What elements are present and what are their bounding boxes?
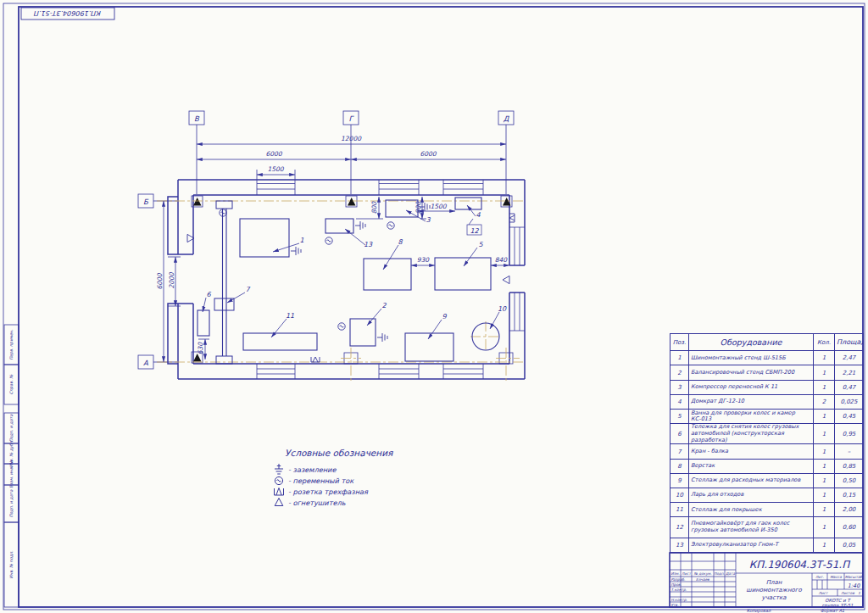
copy-label: Копировал: [747, 608, 771, 613]
legend-item: - заземление: [270, 464, 448, 475]
item-label-13: 13: [364, 241, 373, 248]
item-label-4: 4: [476, 211, 481, 219]
corner-designation-text: КП.190604.3Т-51.П: [34, 9, 102, 17]
cell-name: Тележка для снятия колес грузовых автомо…: [689, 424, 814, 444]
legend-item: - розетка трехфазная: [270, 486, 448, 497]
cell-name: Балансировочный стенд СБМП-200: [689, 365, 814, 380]
cell-qty: 2: [814, 394, 835, 409]
cell-area: 2,47: [835, 351, 864, 365]
cell-qty: 1: [814, 503, 835, 517]
item-label-8: 8: [398, 238, 403, 246]
doc-title-line2: шиномонтажного: [746, 587, 802, 593]
cell-pos: 9: [670, 473, 689, 488]
col-list: Лист: [682, 571, 691, 576]
plan-symbols: [187, 203, 515, 362]
equipment-rect-2: [350, 319, 376, 346]
cell-name: Ларь для отходов: [689, 488, 814, 503]
col-docnum: № докум.: [693, 571, 712, 576]
item-labels: 1 13 3 4 12 5 8 2 9 10 11 6 7: [206, 211, 507, 320]
cell-qty: 1: [814, 424, 835, 444]
cell-area: 0,47: [835, 380, 864, 394]
header-pos: Поз.: [670, 334, 689, 351]
dim-left-width: 6000: [265, 150, 282, 158]
cell-name: Ванна для проверки колес и камер КС-013: [689, 409, 814, 423]
col-izm: Изм.: [670, 571, 680, 576]
equipment-rect-6: [198, 310, 209, 336]
fire-extinguisher-symbol: [503, 276, 509, 283]
sheet-label: Лист: [819, 591, 828, 595]
below-frame-labels: Копировал Формат А1: [747, 608, 845, 613]
cell-area: –: [835, 444, 864, 459]
table-row: 13Электровулканизатор Гном-Т10,05: [670, 538, 864, 552]
item-label-2: 2: [381, 302, 387, 309]
table-row: 2Балансировочный стенд СБМП-20012,21: [670, 365, 864, 380]
cell-name: Шиномонтажный стенд Ш-515Б: [689, 351, 814, 365]
equipment-shapes: [198, 198, 499, 361]
cell-area: 0,15: [835, 488, 864, 503]
legend-title: Условные обозначения: [285, 448, 448, 458]
axis-letter-b: Б: [143, 198, 149, 206]
cell-qty: 1: [814, 409, 835, 423]
cell-qty: 1: [814, 488, 835, 503]
item-label-12: 12: [470, 227, 479, 235]
ground-symbol: [355, 221, 365, 230]
left-margin-stamp-labels: Перв. примен. Справ. № Подп. и дата Инв.…: [9, 329, 14, 579]
scale-value: 1:40: [848, 582, 860, 589]
row-developed: Разраб.: [671, 577, 687, 582]
cell-area: 2,21: [835, 365, 864, 380]
cell-name: Пневмогайковёрт для гаек колес грузовых …: [689, 517, 814, 538]
dim-offset-2: 800: [415, 201, 422, 215]
cell-pos: 2: [670, 365, 689, 380]
equipment-rect-1: [240, 219, 289, 257]
cell-qty: 1: [814, 538, 835, 552]
legend-label: - огнетушитель: [288, 499, 346, 507]
item-label-5: 5: [478, 241, 483, 248]
stamp-label: Подп. и дата: [9, 414, 14, 443]
axis-letter-a: А: [143, 359, 148, 367]
table-row: 11Стеллаж для покрышек12,00: [670, 503, 864, 517]
equipment-table: Поз. Оборудование Кол. Площадь 1Шиномонт…: [670, 333, 863, 553]
cell-name: Домкрат ДГ-12-10: [689, 394, 814, 409]
cell-qty: 1: [814, 444, 835, 459]
three-phase-socket-symbol: [311, 357, 320, 362]
cell-qty: 1: [814, 473, 835, 488]
cell-pos: 10: [670, 488, 689, 503]
cell-name: Верстак: [689, 459, 814, 473]
equipment-rect-13: [326, 219, 353, 233]
scale-label: Масштаб: [845, 575, 863, 579]
item-label-9: 9: [442, 313, 447, 320]
cell-name: Стеллаж для расходных материалов: [689, 473, 814, 488]
ground-symbol: [377, 333, 387, 342]
header-area: Площадь: [835, 334, 864, 351]
table-row: 3Компрессор переносной К 1110,47: [670, 380, 864, 394]
cell-qty: 1: [814, 459, 835, 473]
ac-current-symbol: [326, 237, 332, 244]
cell-pos: 12: [670, 517, 689, 538]
doc-title-line3: участка: [761, 594, 787, 601]
title-block: КП.190604.3Т-51.П Изм. Лист № докум. Под…: [670, 553, 863, 609]
corner-designation-stamp: КП.190604.3Т-51.П: [21, 8, 114, 20]
item-label-7: 7: [245, 286, 250, 293]
dim-window-width: 1500: [267, 165, 284, 173]
row-tcontrol: Т.контр.: [671, 588, 687, 592]
axis-letter-v: В: [194, 114, 200, 123]
cell-area: 0,60: [835, 517, 864, 538]
col-podp: Подп.: [714, 571, 726, 576]
stamp-label: Справ. №: [9, 374, 14, 394]
three-phase-socket-symbol: [509, 214, 515, 222]
cell-name: Электровулканизатор Гном-Т: [689, 538, 814, 552]
row-ncontrol: Н.контр.: [671, 598, 688, 602]
table-row: 9Стеллаж для расходных материалов10,50: [670, 473, 864, 488]
cell-area: 0,45: [835, 409, 864, 423]
ground-symbol: [291, 247, 301, 255]
cell-pos: 8: [670, 459, 689, 473]
cell-area: 0,05: [835, 538, 864, 552]
dimension-lines: [164, 144, 509, 362]
header-name: Оборудование: [689, 334, 814, 351]
dim-gap-3-4: 1500: [430, 203, 447, 210]
cell-qty: 1: [814, 351, 835, 365]
item-label-10: 10: [498, 305, 507, 313]
dim-small-height: 630: [197, 342, 204, 355]
equipment-rect-4: [455, 198, 481, 209]
legend-item: - переменный ток: [270, 475, 448, 486]
